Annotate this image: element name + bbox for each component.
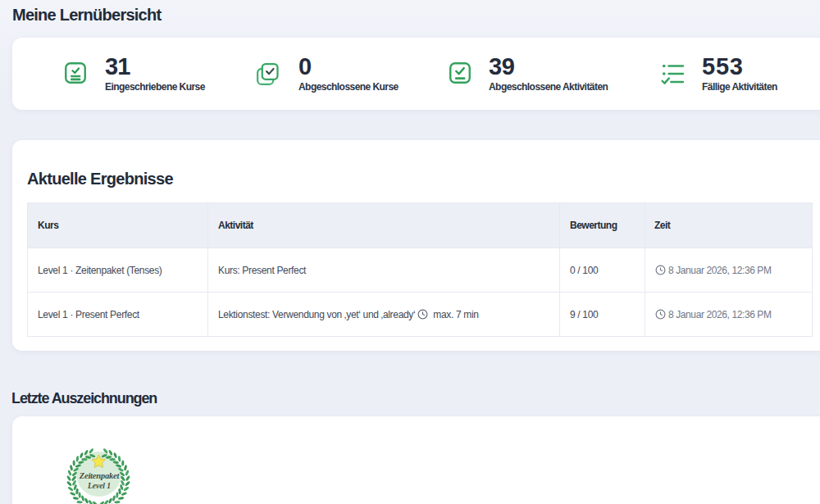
- svg-text:Zeitenpaket: Zeitenpaket: [79, 471, 121, 480]
- svg-text:Level 1: Level 1: [87, 482, 111, 490]
